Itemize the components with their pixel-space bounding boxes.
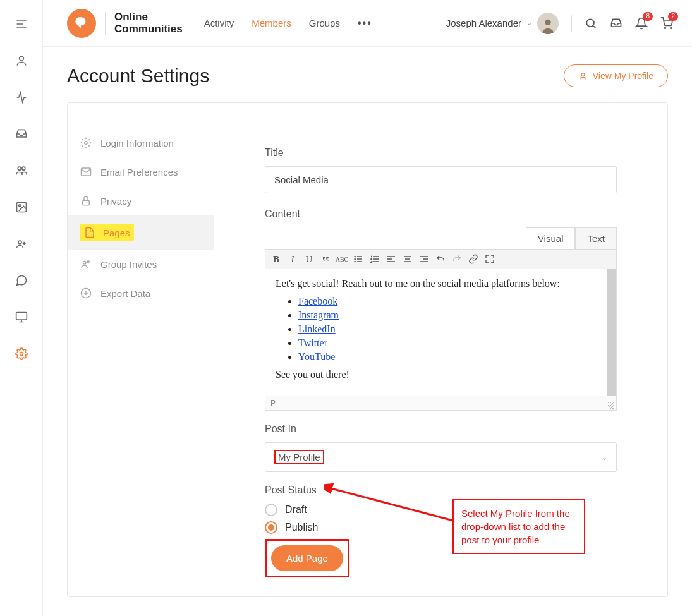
post-in-select[interactable]: My Profile ⌄ bbox=[265, 442, 617, 472]
strike-icon[interactable]: ABC bbox=[336, 253, 348, 265]
settings-nav-privacy[interactable]: Privacy bbox=[68, 186, 214, 215]
radio-icon bbox=[265, 521, 277, 534]
menu-toggle-icon[interactable] bbox=[15, 18, 28, 30]
cart-icon[interactable]: 2 bbox=[660, 17, 673, 30]
main-nav: Activity Members Groups ••• bbox=[204, 18, 372, 29]
fullscreen-icon[interactable] bbox=[484, 253, 495, 265]
svg-point-2 bbox=[21, 167, 25, 170]
content-label: Content bbox=[265, 208, 617, 220]
undo-icon[interactable] bbox=[435, 253, 446, 265]
inbox-icon[interactable] bbox=[15, 128, 28, 140]
logo[interactable]: OnlineCommunities bbox=[67, 9, 183, 38]
settings-icon[interactable] bbox=[15, 347, 28, 360]
members-icon[interactable] bbox=[15, 238, 28, 250]
editor-tabs: Visual Text bbox=[265, 227, 617, 249]
tab-text[interactable]: Text bbox=[575, 227, 617, 249]
settings-nav-pages[interactable]: Pages bbox=[68, 215, 214, 250]
settings-nav: Login Information Email Preferences Priv… bbox=[68, 103, 214, 596]
italic-icon[interactable]: I bbox=[287, 253, 298, 265]
svg-point-11 bbox=[671, 27, 672, 28]
link-icon[interactable] bbox=[468, 253, 479, 265]
svg-point-10 bbox=[665, 27, 666, 28]
cart-badge: 2 bbox=[668, 12, 678, 21]
page-head: Account Settings View My Profile bbox=[67, 64, 668, 87]
activity-icon[interactable] bbox=[15, 91, 28, 104]
user-menu[interactable]: Joseph Alexander ⌄ bbox=[446, 13, 559, 34]
chat-icon[interactable] bbox=[15, 274, 28, 287]
groups-icon[interactable] bbox=[15, 164, 28, 177]
post-status-label: Post Status bbox=[265, 485, 617, 496]
editor-toolbar: B I U ABC bbox=[265, 250, 616, 269]
settings-nav-export[interactable]: Export Data bbox=[68, 279, 214, 308]
svg-point-5 bbox=[18, 241, 21, 244]
redo-icon[interactable] bbox=[451, 253, 463, 265]
monitor-icon[interactable] bbox=[15, 311, 28, 323]
link-youtube[interactable]: YouTube bbox=[298, 351, 335, 362]
svg-rect-6 bbox=[16, 313, 27, 320]
nav-groups[interactable]: Groups bbox=[309, 18, 340, 29]
svg-point-9 bbox=[586, 19, 594, 27]
align-left-icon[interactable] bbox=[385, 253, 397, 265]
tab-visual[interactable]: Visual bbox=[526, 227, 576, 249]
nav-members[interactable]: Members bbox=[252, 18, 291, 29]
settings-nav-group-invites[interactable]: Group Invites bbox=[68, 250, 214, 279]
annotation-callout: Select My Profile from the drop-down lis… bbox=[452, 499, 585, 554]
notification-badge: 8 bbox=[643, 12, 653, 21]
svg-point-7 bbox=[20, 353, 23, 356]
svg-point-12 bbox=[581, 73, 585, 76]
main-form: Title Content Visual Text B I U ABC bbox=[214, 103, 667, 596]
post-in-value: My Profile bbox=[274, 450, 324, 464]
avatar bbox=[537, 13, 559, 34]
header: OnlineCommunities Activity Members Group… bbox=[43, 0, 692, 47]
align-center-icon[interactable] bbox=[402, 253, 413, 265]
quote-icon[interactable] bbox=[320, 253, 331, 265]
title-input[interactable] bbox=[265, 166, 617, 193]
left-rail bbox=[0, 0, 43, 616]
user-name: Joseph Alexander bbox=[446, 18, 521, 28]
page-title: Account Settings bbox=[67, 65, 209, 87]
radio-icon bbox=[265, 504, 277, 516]
resize-grip-icon[interactable] bbox=[608, 402, 614, 409]
editor: B I U ABC Let's get social! Reac bbox=[265, 249, 617, 411]
user-icon[interactable] bbox=[15, 54, 28, 67]
notification-icon[interactable]: 8 bbox=[635, 17, 648, 30]
settings-nav-email[interactable]: Email Preferences bbox=[68, 157, 214, 186]
editor-body[interactable]: Let's get social! Reach out to me on the… bbox=[265, 269, 616, 396]
link-instagram[interactable]: Instagram bbox=[298, 310, 339, 320]
search-icon[interactable] bbox=[585, 17, 597, 30]
svg-point-19 bbox=[355, 256, 355, 257]
link-linkedin[interactable]: LinkedIn bbox=[298, 323, 336, 334]
ol-icon[interactable] bbox=[369, 253, 380, 265]
mail-icon[interactable] bbox=[610, 17, 622, 30]
svg-point-8 bbox=[545, 19, 550, 25]
add-page-button[interactable]: Add Page bbox=[271, 545, 343, 571]
svg-point-0 bbox=[19, 56, 23, 61]
page: Account Settings View My Profile Login I… bbox=[43, 47, 692, 616]
download-icon bbox=[80, 287, 92, 299]
ul-icon[interactable] bbox=[353, 253, 364, 265]
align-right-icon[interactable] bbox=[418, 253, 430, 265]
mail-icon bbox=[80, 166, 92, 178]
link-facebook[interactable]: Facebook bbox=[298, 296, 337, 306]
editor-status-bar: P bbox=[265, 396, 616, 410]
user-icon bbox=[578, 71, 588, 81]
title-label: Title bbox=[265, 147, 617, 159]
view-profile-button[interactable]: View My Profile bbox=[564, 64, 668, 87]
svg-point-4 bbox=[18, 205, 20, 207]
chevron-down-icon: ⌄ bbox=[602, 453, 607, 461]
svg-point-21 bbox=[355, 261, 355, 262]
link-twitter[interactable]: Twitter bbox=[298, 337, 327, 348]
gear-icon bbox=[80, 137, 92, 148]
nav-activity[interactable]: Activity bbox=[204, 18, 234, 29]
image-icon[interactable] bbox=[15, 201, 28, 214]
underline-icon[interactable]: U bbox=[303, 253, 315, 265]
svg-point-20 bbox=[355, 258, 355, 259]
nav-more-icon[interactable]: ••• bbox=[358, 18, 372, 29]
annotation-box-button: Add Page bbox=[265, 539, 349, 577]
svg-point-17 bbox=[87, 261, 89, 263]
bold-icon[interactable]: B bbox=[270, 253, 282, 265]
header-right: Joseph Alexander ⌄ 8 2 bbox=[446, 13, 673, 34]
scrollbar[interactable] bbox=[607, 269, 616, 396]
settings-nav-login[interactable]: Login Information bbox=[68, 128, 214, 157]
chevron-down-icon: ⌄ bbox=[526, 19, 532, 27]
